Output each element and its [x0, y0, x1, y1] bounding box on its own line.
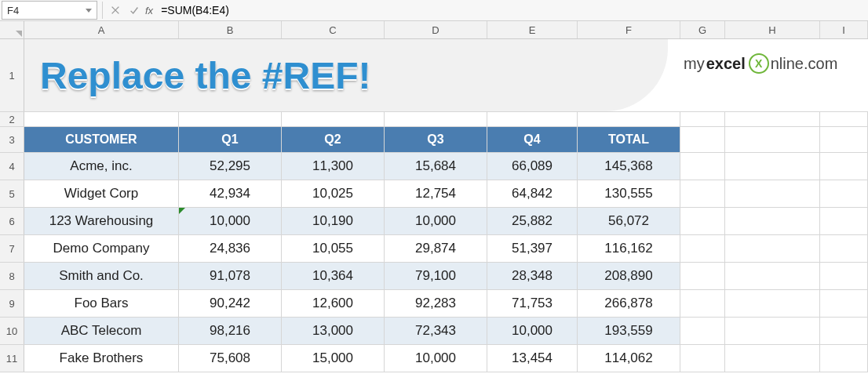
cell-q2[interactable]: 10,364 [282, 263, 385, 289]
table-header-q3[interactable]: Q3 [385, 127, 487, 152]
cell-empty[interactable] [725, 318, 820, 344]
cell-total[interactable]: 130,555 [578, 180, 680, 207]
cell-q2[interactable]: 12,600 [282, 290, 385, 317]
cell-q2[interactable]: 15,000 [282, 345, 385, 372]
cell-q4[interactable]: 28,348 [487, 263, 578, 289]
row-header[interactable]: 1 [0, 39, 24, 111]
cell-customer[interactable]: Fake Brothers [24, 345, 179, 372]
cancel-icon[interactable] [106, 5, 125, 16]
cell-total[interactable]: 114,062 [578, 345, 680, 372]
cell-customer[interactable]: 123 Warehousing [24, 208, 179, 234]
cell-customer[interactable]: Smith and Co. [24, 263, 179, 289]
column-header-B[interactable]: B [179, 21, 282, 38]
cell-q3[interactable]: 12,754 [385, 180, 487, 207]
table-header-customer[interactable]: CUSTOMER [24, 127, 179, 152]
cell-q1[interactable]: 52,295 [179, 153, 282, 180]
cell-q4[interactable]: 13,454 [487, 345, 578, 372]
column-header-G[interactable]: G [680, 21, 725, 38]
formula-input[interactable] [158, 2, 868, 19]
row-header[interactable]: 6 [0, 208, 24, 234]
cell-q4[interactable]: 25,882 [487, 208, 578, 234]
cell-q4[interactable]: 71,753 [487, 290, 578, 317]
cell-q4[interactable]: 10,000 [487, 318, 578, 344]
enter-icon[interactable] [125, 5, 144, 16]
cell-q1[interactable]: 90,242 [179, 290, 282, 317]
cell-total[interactable]: 56,072 [578, 208, 680, 234]
row-header[interactable]: 2 [0, 112, 24, 126]
cell-q1[interactable]: 24,836 [179, 235, 282, 262]
cell-q2[interactable]: 10,025 [282, 180, 385, 207]
row-header[interactable]: 4 [0, 153, 24, 180]
row-header[interactable]: 7 [0, 235, 24, 262]
cell-empty[interactable] [725, 153, 820, 180]
worksheet-grid[interactable]: 1 Replace the #REF! my excel X nline.com… [0, 39, 868, 372]
cell-empty[interactable] [680, 153, 725, 180]
cell-q3[interactable]: 10,000 [385, 208, 487, 234]
cell-customer[interactable]: ABC Telecom [24, 318, 179, 344]
name-box[interactable]: F4 [2, 1, 97, 20]
cell-q4[interactable]: 64,842 [487, 180, 578, 207]
cell-empty[interactable] [820, 345, 868, 372]
fx-icon[interactable]: fx [145, 5, 153, 16]
column-header-H[interactable]: H [725, 21, 820, 38]
row-header[interactable]: 11 [0, 345, 24, 372]
cell-q2[interactable]: 11,300 [282, 153, 385, 180]
cell-q3[interactable]: 15,684 [385, 153, 487, 180]
row-header[interactable]: 3 [0, 127, 24, 152]
cell-empty[interactable] [820, 208, 868, 234]
cell-q3[interactable]: 79,100 [385, 263, 487, 289]
cell-q3[interactable]: 29,874 [385, 235, 487, 262]
cell-q2[interactable]: 10,190 [282, 208, 385, 234]
cell-empty[interactable] [725, 345, 820, 372]
cell-total[interactable]: 266,878 [578, 290, 680, 317]
cell-q1[interactable]: 42,934 [179, 180, 282, 207]
cell-customer[interactable]: Acme, inc. [24, 153, 179, 180]
cell-empty[interactable] [680, 290, 725, 317]
cell-empty[interactable] [725, 208, 820, 234]
column-header-C[interactable]: C [282, 21, 385, 38]
cell-total[interactable]: 145,368 [578, 153, 680, 180]
cell-total[interactable]: 116,162 [578, 235, 680, 262]
cell-q2[interactable]: 10,055 [282, 235, 385, 262]
column-header-A[interactable]: A [24, 21, 179, 38]
cell-empty[interactable] [680, 180, 725, 207]
column-header-F[interactable]: F [578, 21, 680, 38]
select-all-button[interactable] [0, 21, 24, 38]
column-header-E[interactable]: E [487, 21, 578, 38]
cell-empty[interactable] [680, 263, 725, 289]
cell-q1[interactable]: 75,608 [179, 345, 282, 372]
table-header-total[interactable]: TOTAL [578, 127, 680, 152]
cell-total[interactable]: 193,559 [578, 318, 680, 344]
row-header[interactable]: 10 [0, 318, 24, 344]
cell-q1[interactable]: 10,000 [179, 208, 282, 234]
cell-customer[interactable]: Widget Corp [24, 180, 179, 207]
row-header[interactable]: 9 [0, 290, 24, 317]
cell-q1[interactable]: 98,216 [179, 318, 282, 344]
table-header-q1[interactable]: Q1 [179, 127, 282, 152]
cell-q3[interactable]: 92,283 [385, 290, 487, 317]
column-header-D[interactable]: D [385, 21, 487, 38]
table-header-q2[interactable]: Q2 [282, 127, 385, 152]
cell-q4[interactable]: 66,089 [487, 153, 578, 180]
cell-empty[interactable] [680, 208, 725, 234]
row-header[interactable]: 8 [0, 263, 24, 289]
cell-empty[interactable] [820, 180, 868, 207]
table-header-q4[interactable]: Q4 [487, 127, 578, 152]
cell-q3[interactable]: 10,000 [385, 345, 487, 372]
cell-empty[interactable] [725, 290, 820, 317]
cell-empty[interactable] [680, 235, 725, 262]
cell-customer[interactable]: Foo Bars [24, 290, 179, 317]
cell-empty[interactable] [820, 318, 868, 344]
cell-q2[interactable]: 13,000 [282, 318, 385, 344]
cell-empty[interactable] [725, 263, 820, 289]
cell-empty[interactable] [725, 235, 820, 262]
cell-empty[interactable] [820, 290, 868, 317]
cell-customer[interactable]: Demo Company [24, 235, 179, 262]
column-header-I[interactable]: I [820, 21, 868, 38]
cell-empty[interactable] [680, 318, 725, 344]
row-header[interactable]: 5 [0, 180, 24, 207]
dropdown-icon[interactable] [86, 9, 92, 13]
cell-q4[interactable]: 51,397 [487, 235, 578, 262]
cell-empty[interactable] [820, 263, 868, 289]
cell-empty[interactable] [680, 345, 725, 372]
